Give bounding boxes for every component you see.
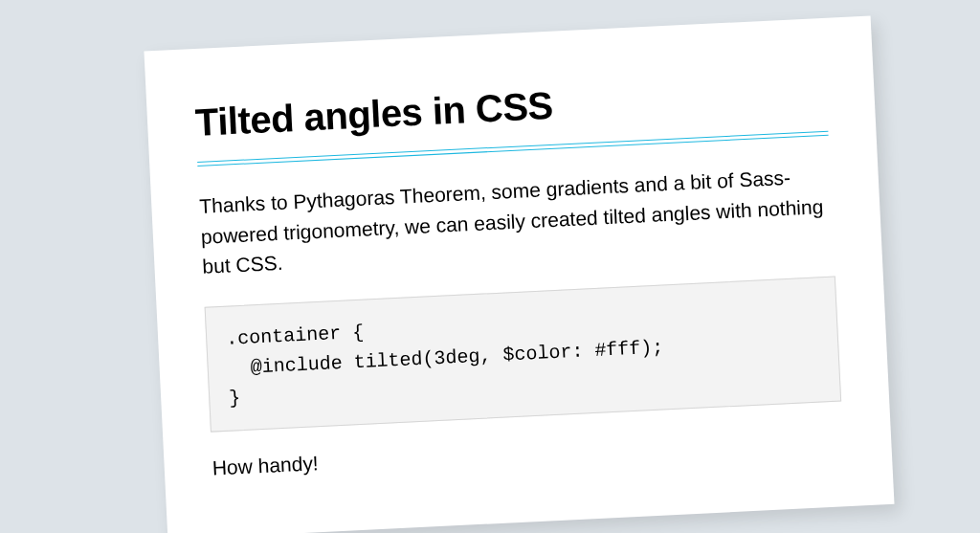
intro-paragraph: Thanks to Pythagoras Theorem, some gradi… — [199, 161, 835, 282]
article-title: Tilted angles in CSS — [194, 71, 827, 144]
outro-paragraph: How handy! — [212, 426, 843, 479]
code-block: .container { @include tilted(3deg, $colo… — [205, 276, 842, 432]
article-card: Tilted angles in CSS Thanks to Pythagora… — [144, 15, 894, 533]
